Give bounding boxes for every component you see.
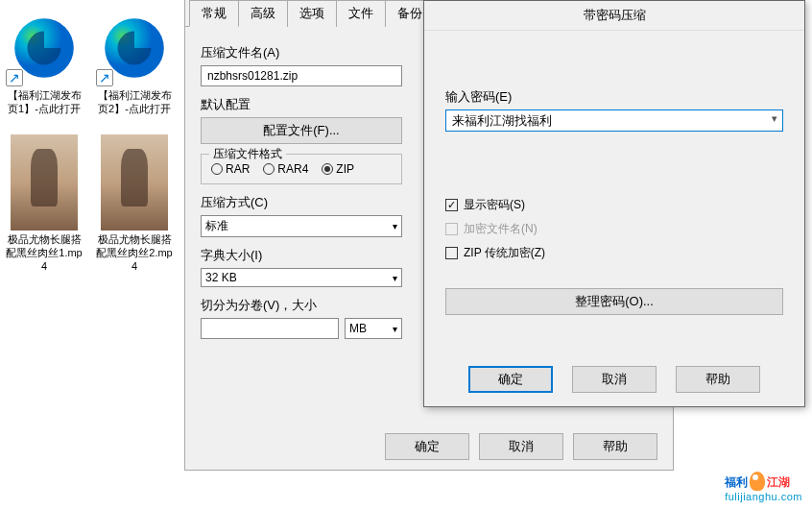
file-label: 极品尤物长腿搭配黑丝肉丝2.mp4 (96, 232, 173, 273)
file-item[interactable]: ↗ 【福利江湖发布页2】-点此打开 (96, 10, 173, 115)
format-group: 压缩文件格式 RAR RAR4 ZIP (201, 154, 402, 184)
video-thumbnail-icon (11, 134, 78, 231)
tab-general[interactable]: 常规 (189, 0, 239, 27)
dict-select[interactable]: 32 KB▾ (201, 268, 402, 287)
zip-legacy-checkbox[interactable]: ZIP 传统加密(Z) (445, 245, 783, 261)
help-button[interactable]: 帮助 (676, 366, 760, 393)
tab-options[interactable]: 选项 (287, 0, 337, 27)
chevron-down-icon: ▾ (393, 324, 397, 334)
format-group-title: 压缩文件格式 (209, 146, 286, 162)
file-label: 【福利江湖发布页1】-点此打开 (6, 88, 83, 115)
password-dialog-footer: 确定 取消 帮助 (424, 366, 804, 393)
cancel-button[interactable]: 取消 (572, 366, 657, 393)
file-item[interactable]: 极品尤物长腿搭配黑丝肉丝1.mp4 (6, 134, 83, 273)
password-dialog-title: 带密码压缩 (424, 1, 804, 31)
format-radio-rar4[interactable]: RAR4 (263, 162, 308, 176)
file-label: 极品尤物长腿搭配黑丝肉丝1.mp4 (6, 232, 83, 273)
tab-files[interactable]: 文件 (336, 0, 386, 27)
file-label: 【福利江湖发布页2】-点此打开 (96, 88, 173, 115)
tab-advanced[interactable]: 高级 (238, 0, 288, 27)
password-dialog: 带密码压缩 输入密码(E) ▾ 显示密码(S) 加密文件名(N) ZIP 传统加… (423, 0, 805, 407)
ok-button[interactable]: 确定 (385, 433, 469, 460)
shortcut-arrow-icon: ↗ (6, 69, 23, 86)
logo-icon (750, 472, 765, 491)
method-select[interactable]: 标准▾ (201, 215, 402, 237)
split-unit-select[interactable]: MB▾ (345, 318, 402, 339)
shortcut-arrow-icon: ↗ (96, 69, 113, 86)
checkbox-icon (445, 247, 458, 259)
cancel-button[interactable]: 取消 (479, 433, 563, 460)
help-button[interactable]: 帮助 (573, 433, 657, 460)
show-password-checkbox[interactable]: 显示密码(S) (445, 197, 783, 213)
archive-name-input[interactable] (201, 65, 402, 86)
format-radio-zip[interactable]: ZIP (322, 162, 354, 176)
format-radio-rar[interactable]: RAR (211, 162, 250, 176)
profile-button[interactable]: 配置文件(F)... (201, 117, 402, 144)
checkbox-icon (445, 199, 458, 211)
file-item[interactable]: ↗ 【福利江湖发布页1】-点此打开 (6, 10, 83, 115)
organize-passwords-button[interactable]: 整理密码(O)... (445, 288, 783, 315)
password-input[interactable] (445, 109, 783, 132)
chevron-down-icon[interactable]: ▾ (772, 112, 777, 125)
checkbox-icon (445, 223, 458, 235)
enter-password-label: 输入密码(E) (445, 88, 783, 106)
video-thumbnail-icon (101, 134, 168, 231)
encrypt-filenames-checkbox: 加密文件名(N) (445, 221, 783, 237)
ok-button[interactable]: 确定 (468, 366, 553, 393)
chevron-down-icon: ▾ (393, 273, 397, 283)
main-dialog-footer: 确定 取消 帮助 (385, 433, 657, 460)
watermark-logo: 福利江湖 fulijianghu.com (725, 471, 802, 502)
file-explorer: ↗ 【福利江湖发布页1】-点此打开 ↗ 【福利江湖发布页2】-点此打开 极品尤物… (0, 0, 192, 510)
file-item[interactable]: 极品尤物长腿搭配黑丝肉丝2.mp4 (96, 134, 173, 273)
split-size-input[interactable] (201, 318, 339, 339)
chevron-down-icon: ▾ (393, 221, 397, 231)
